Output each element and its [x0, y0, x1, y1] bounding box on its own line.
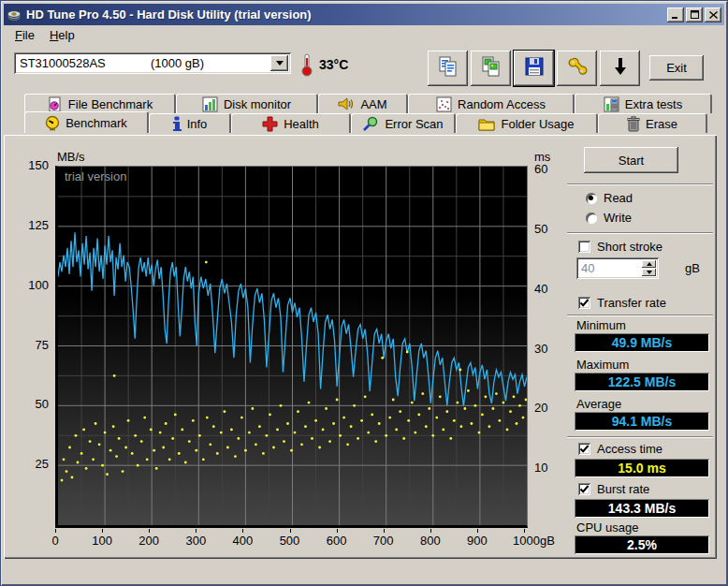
x-axis-tick: 500 [269, 534, 311, 548]
x-axis-tickmark [196, 529, 197, 533]
x-axis-tick: 900 [457, 534, 498, 548]
left-axis-tick: 150 [11, 158, 49, 172]
access-time-checkbox[interactable]: Access time [578, 442, 662, 456]
x-axis-tickmark [242, 529, 243, 533]
x-axis-tickmark [149, 529, 150, 533]
stroke-size-unit: gB [685, 261, 700, 275]
burst-rate-label: Burst rate [597, 482, 649, 496]
read-radio-circle[interactable] [586, 193, 597, 204]
maximum-value: 122.5 MB/s [575, 373, 709, 391]
copy-text-icon [437, 55, 459, 81]
tab-label: Random Access [458, 97, 546, 111]
options-button[interactable] [557, 51, 597, 86]
start-button[interactable]: Start [584, 147, 678, 173]
spin-up-button[interactable] [642, 260, 656, 268]
burst-rate-checkbox[interactable]: Burst rate [578, 482, 649, 496]
read-radio[interactable]: Read [586, 191, 633, 205]
right-axis-tick: 60 [534, 162, 562, 176]
magnifier-icon [362, 116, 379, 132]
toolbar: ST31000528AS (1000 gB) 33°C Exit [4, 45, 724, 92]
minimize-icon [672, 11, 679, 19]
x-axis-tick: 600 [316, 534, 357, 548]
drive-selector[interactable]: ST31000528AS (1000 gB) [14, 52, 291, 74]
access-time-value: 15.0 ms [575, 459, 709, 477]
menu-file[interactable]: File [7, 26, 42, 44]
tab-folder-usage[interactable]: Folder Usage [456, 113, 598, 133]
access-time-label: Access time [597, 442, 662, 456]
cpu-usage-value: 2.5% [575, 535, 709, 554]
spin-down-icon [647, 271, 652, 274]
separator [567, 183, 713, 185]
drive-selector-dropdown-button[interactable] [270, 55, 288, 71]
maximum-label: Maximum [576, 358, 629, 372]
read-label: Read [604, 191, 633, 205]
tab-benchmark[interactable]: Benchmark [24, 111, 149, 133]
left-axis-tick: 75 [11, 338, 49, 352]
copy-image-button[interactable] [471, 51, 511, 86]
spin-down-button[interactable] [642, 269, 656, 276]
right-axis-tick: 50 [534, 222, 562, 236]
minimum-value-text: 49.9 MB/s [612, 335, 673, 350]
minimize-button[interactable] [667, 7, 684, 22]
folder-icon [478, 117, 495, 131]
transfer-rate-checkbox[interactable]: Transfer rate [578, 296, 666, 310]
tab-label: Error Scan [385, 117, 443, 131]
x-axis-tickmark [290, 529, 291, 533]
chart-plot-svg [58, 167, 527, 525]
benchmark-page: MB/s ms trial version 150125100755025605… [4, 135, 717, 559]
file-benchmark-icon [47, 96, 63, 112]
exit-button[interactable]: Exit [649, 55, 704, 81]
tab-health[interactable]: Health [231, 113, 351, 133]
write-radio[interactable]: Write [586, 211, 632, 225]
short-stroke-checkbox-box[interactable] [578, 241, 590, 253]
average-label: Average [576, 397, 621, 411]
write-label: Write [604, 211, 632, 225]
gauge-icon [45, 115, 60, 131]
spin-up-icon [647, 262, 652, 266]
tab-info[interactable]: Info [149, 113, 231, 133]
tab-extra-tests[interactable]: Extra tests [575, 94, 712, 113]
tab-aam[interactable]: AAM [318, 94, 408, 113]
window-title: HD Tune Pro 4.50 - Hard Disk Utility (tr… [26, 7, 662, 22]
temperature-value: 33°C [319, 57, 348, 72]
title-bar[interactable]: HD Tune Pro 4.50 - Hard Disk Utility (tr… [4, 4, 724, 25]
separator [567, 232, 713, 234]
tab-label: Folder Usage [501, 117, 574, 131]
trial-watermark: trial version [65, 169, 126, 183]
tab-random-access[interactable]: Random Access [408, 94, 575, 113]
x-axis-tick: 0 [35, 534, 76, 548]
x-axis-tickmark [102, 529, 103, 533]
tab-label: Erase [646, 117, 677, 131]
save-icon [523, 55, 546, 81]
right-axis-tick: 30 [534, 342, 562, 356]
minimum-label: Minimum [576, 318, 626, 332]
burst-rate-checkbox-box[interactable] [578, 483, 590, 495]
save-button[interactable] [514, 51, 554, 86]
transfer-rate-checkbox-box[interactable] [578, 297, 590, 309]
tab-file-benchmark[interactable]: File Benchmark [24, 94, 176, 113]
speaker-icon [338, 96, 355, 111]
extra-tests-icon [604, 96, 619, 112]
short-stroke-checkbox[interactable]: Short stroke [578, 240, 662, 254]
tab-label: AAM [360, 97, 386, 111]
thermometer-icon [301, 52, 313, 77]
x-axis-tick: 300 [175, 534, 216, 548]
x-axis-tickmark [384, 529, 385, 533]
close-button[interactable] [705, 7, 721, 22]
tab-disk-monitor[interactable]: Disk monitor [176, 94, 318, 113]
maximize-button[interactable] [686, 7, 703, 22]
transfer-rate-label: Transfer rate [597, 296, 666, 310]
access-time-checkbox-box[interactable] [578, 443, 590, 455]
download-button[interactable] [600, 51, 640, 86]
left-axis-tick: 125 [11, 218, 49, 232]
menu-help[interactable]: Help [42, 26, 82, 44]
tab-erase[interactable]: Erase [598, 113, 707, 133]
right-axis-tick: 20 [534, 401, 562, 415]
tab-error-scan[interactable]: Error Scan [351, 113, 456, 133]
copy-text-button[interactable] [428, 51, 468, 86]
down-arrow-icon [609, 55, 632, 81]
x-axis-tick: 200 [128, 534, 169, 548]
stroke-size-spinner[interactable]: 40 [576, 257, 659, 279]
separator [567, 436, 713, 438]
write-radio-circle[interactable] [586, 212, 597, 224]
